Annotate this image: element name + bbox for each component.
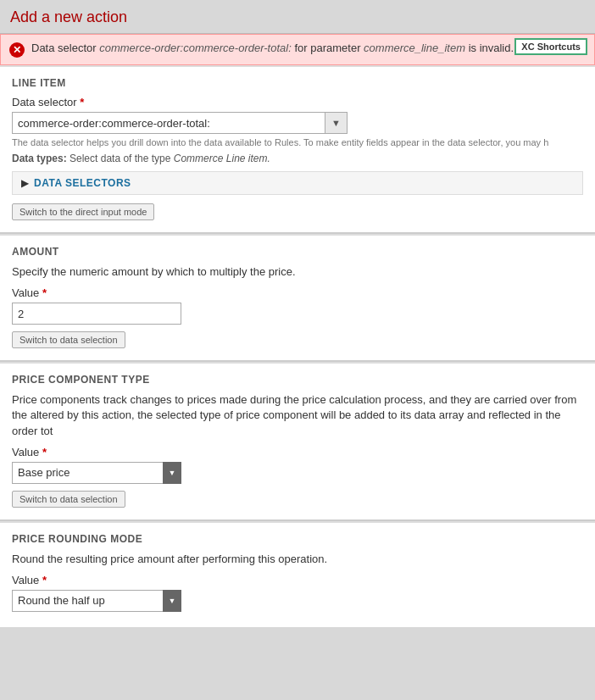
price-component-value-label: Value * — [12, 446, 583, 458]
switch-input-mode-button[interactable]: Switch to the direct input mode — [12, 203, 154, 220]
amount-section: AMOUNT Specify the numeric amount by whi… — [0, 234, 595, 360]
price-component-select-wrapper: Base price Discount Fee Tax — [12, 462, 181, 484]
price-component-section-title: PRICE COMPONENT TYPE — [12, 374, 583, 386]
amount-desc: Specify the numeric amount by which to m… — [12, 264, 583, 280]
switch-data-selection-button-amount[interactable]: Switch to data selection — [12, 331, 125, 348]
price-rounding-select[interactable]: Round the half up Round the half down Ro… — [12, 590, 181, 612]
price-rounding-section-title: PRICE ROUNDING MODE — [12, 533, 583, 545]
data-selector-label: Data selector * — [12, 96, 583, 108]
page-title-accent: action — [86, 8, 127, 25]
data-selector-dropdown-btn[interactable]: ▼ — [325, 112, 348, 134]
data-selector-input-row: ▼ — [12, 112, 583, 134]
price-rounding-section: PRICE ROUNDING MODE Round the resulting … — [0, 521, 595, 627]
xc-shortcuts-badge[interactable]: XC Shortcuts — [514, 38, 587, 55]
data-selectors-row[interactable]: ▶ DATA SELECTORS — [12, 171, 583, 195]
switch-data-selection-button-price[interactable]: Switch to data selection — [12, 491, 125, 508]
amount-value-input[interactable] — [12, 303, 181, 325]
data-selectors-label: DATA SELECTORS — [34, 177, 131, 189]
price-component-select-row: Base price Discount Fee Tax — [12, 462, 583, 484]
error-bar: ✕ Data selector commerce-order:commerce-… — [0, 34, 595, 65]
line-item-section: LINE ITEM Data selector * ▼ The data sel… — [0, 65, 595, 232]
data-selector-help-text: The data selector helps you drill down i… — [12, 137, 583, 147]
data-types-text: Data types: Select data of the type Comm… — [12, 153, 583, 164]
price-rounding-select-wrapper: Round the half up Round the half down Ro… — [12, 590, 181, 612]
price-component-desc: Price components track changes to prices… — [12, 392, 583, 439]
data-selectors-arrow-icon: ▶ — [21, 177, 29, 189]
amount-section-title: AMOUNT — [12, 246, 583, 258]
data-selector-input[interactable] — [12, 112, 325, 134]
amount-input-row — [12, 303, 583, 325]
amount-value-label: Value * — [12, 286, 583, 299]
price-component-select[interactable]: Base price Discount Fee Tax — [12, 462, 181, 484]
error-text: Data selector commerce-order:commerce-or… — [31, 42, 586, 54]
error-icon: ✕ — [9, 42, 25, 58]
page-title: Add a new action — [0, 0, 595, 34]
price-rounding-select-row: Round the half up Round the half down Ro… — [12, 590, 583, 612]
price-rounding-desc: Round the resulting price amount after p… — [12, 552, 583, 567]
line-item-section-title: LINE ITEM — [12, 77, 583, 89]
page-title-plain: Add a new — [10, 8, 86, 25]
price-component-section: PRICE COMPONENT TYPE Price components tr… — [0, 362, 595, 519]
price-rounding-value-label: Value * — [12, 574, 583, 586]
